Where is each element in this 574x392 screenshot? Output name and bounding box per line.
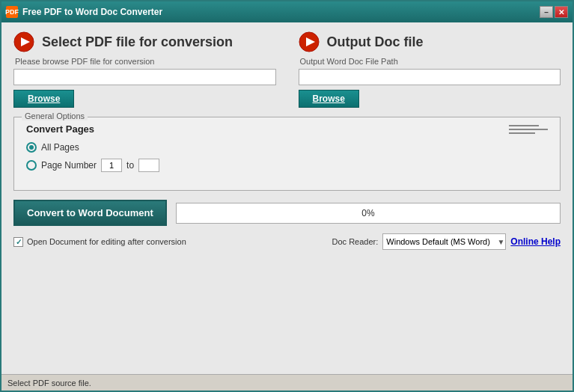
slider-line-2 (509, 129, 548, 130)
footer-row: Open Document for editing after conversi… (13, 233, 561, 250)
minimize-button[interactable]: – (540, 6, 553, 18)
open-doc-checkbox-container[interactable]: Open Document for editing after conversi… (13, 237, 186, 247)
progress-text: 0% (361, 208, 374, 218)
status-text: Select PDF source file. (7, 379, 91, 388)
all-pages-label: All Pages (41, 142, 79, 153)
app-icon: PDF (6, 6, 18, 18)
convert-pages-row: Convert Pages (26, 123, 548, 135)
open-doc-checkbox[interactable] (13, 237, 23, 247)
all-pages-radio[interactable] (26, 142, 37, 153)
online-help-link[interactable]: Online Help (510, 236, 561, 247)
convert-row: Convert to Word Document 0% (13, 200, 561, 226)
status-bar: Select PDF source file. (1, 374, 573, 391)
slider-line-1 (509, 125, 539, 126)
output-browse-button[interactable]: Browse (299, 90, 359, 108)
convert-button[interactable]: Convert to Word Document (13, 200, 167, 226)
page-number-label: Page Number (41, 160, 97, 171)
output-panel-subtitle: Output Word Doc File Path (300, 57, 561, 66)
general-options-panel: General Options Convert Pages All Pages … (13, 117, 561, 191)
progress-bar-container: 0% (176, 203, 561, 224)
window-title: Free PDF to Word Doc Converter (22, 7, 162, 17)
doc-reader-select-wrapper: Windows Default (MS Word) Microsoft Word… (382, 233, 506, 250)
output-panel-title: Output Doc file (327, 34, 424, 50)
pdf-panel-title: Select PDF file for conversion (42, 34, 233, 50)
page-from-input[interactable] (101, 159, 122, 172)
close-button[interactable]: ✕ (555, 6, 568, 18)
slider-line-3 (509, 132, 535, 134)
title-bar: PDF Free PDF to Word Doc Converter – ✕ (1, 1, 573, 22)
page-to-input[interactable] (138, 159, 159, 172)
doc-reader-group: Doc Reader: Windows Default (MS Word) Mi… (332, 233, 561, 250)
doc-reader-select[interactable]: Windows Default (MS Word) Microsoft Word… (382, 233, 506, 250)
to-label: to (126, 160, 134, 171)
left-panel-arrow-icon (13, 31, 34, 52)
right-panel-arrow-icon (299, 31, 320, 52)
all-pages-option[interactable]: All Pages (26, 142, 548, 153)
pdf-panel-subtitle: Please browse PDF file for conversion (15, 57, 276, 66)
slider-icon (509, 125, 548, 134)
page-number-option[interactable]: Page Number to (26, 159, 548, 172)
page-number-radio[interactable] (26, 160, 37, 171)
content-area: Select PDF file for conversion Please br… (1, 22, 573, 374)
output-panel: Output Doc file Output Word Doc File Pat… (299, 31, 561, 108)
output-file-input[interactable] (299, 69, 561, 85)
pdf-panel-header: Select PDF file for conversion (13, 31, 276, 52)
top-section: Select PDF file for conversion Please br… (13, 31, 561, 108)
pdf-browse-button[interactable]: Browse (13, 90, 74, 108)
general-options-legend: General Options (22, 111, 88, 120)
title-bar-left: PDF Free PDF to Word Doc Converter (6, 6, 162, 18)
pdf-file-input[interactable] (13, 69, 276, 85)
output-panel-header: Output Doc file (299, 31, 561, 52)
pdf-input-panel: Select PDF file for conversion Please br… (13, 31, 276, 108)
main-window: PDF Free PDF to Word Doc Converter – ✕ S… (0, 0, 574, 392)
window-controls: – ✕ (540, 6, 568, 18)
convert-pages-label: Convert Pages (26, 123, 94, 135)
doc-reader-label: Doc Reader: (332, 237, 379, 246)
open-doc-label: Open Document for editing after conversi… (27, 237, 186, 246)
